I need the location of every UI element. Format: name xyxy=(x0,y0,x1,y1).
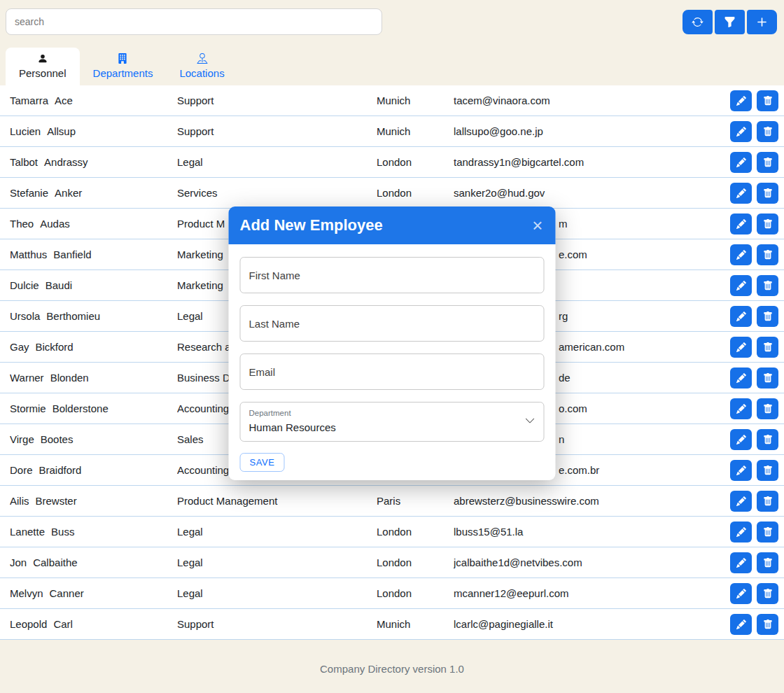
delete-button[interactable] xyxy=(757,275,778,296)
delete-button[interactable] xyxy=(757,244,778,265)
trash-icon xyxy=(763,96,773,106)
delete-button[interactable] xyxy=(757,152,778,173)
edit-button[interactable] xyxy=(730,306,752,327)
table-row: Stefanie Anker Services London sanker2o@… xyxy=(0,178,784,209)
save-button[interactable]: SAVE xyxy=(240,453,285,472)
pencil-icon xyxy=(736,127,746,136)
edit-button[interactable] xyxy=(730,275,752,296)
row-actions xyxy=(730,552,778,573)
employee-email: abrewsterz@businesswire.com xyxy=(454,495,730,507)
edit-button[interactable] xyxy=(730,398,752,419)
employee-last-name: Allsup xyxy=(47,125,76,137)
employee-first-name: Matthus xyxy=(10,248,47,260)
department-select-value: Human Resources xyxy=(249,421,520,434)
edit-button[interactable] xyxy=(730,368,752,388)
employee-last-name: Canner xyxy=(50,587,84,599)
employee-name: Leopold Carl xyxy=(10,618,177,630)
edit-button[interactable] xyxy=(730,244,752,265)
employee-email: jcalbaithe1d@netvibes.com xyxy=(454,556,730,568)
add-employee-button[interactable] xyxy=(747,10,777,34)
edit-button[interactable] xyxy=(730,90,752,111)
delete-button[interactable] xyxy=(757,552,778,573)
edit-button[interactable] xyxy=(730,614,752,635)
table-row: Jon Calbaithe Legal London jcalbaithe1d@… xyxy=(0,547,784,578)
delete-button[interactable] xyxy=(757,460,778,481)
edit-button[interactable] xyxy=(730,491,752,512)
search-input[interactable] xyxy=(6,8,382,35)
tab-locations[interactable]: Locations xyxy=(166,48,237,85)
employee-name: Stefanie Anker xyxy=(10,187,177,199)
trash-icon xyxy=(763,435,773,444)
employee-last-name: Blonden xyxy=(50,372,89,384)
employee-email: tacem@vinaora.com xyxy=(454,94,730,106)
employee-last-name: Andrassy xyxy=(44,156,88,168)
employee-last-name: Anker xyxy=(55,187,82,199)
employee-department: Legal xyxy=(177,526,377,538)
employee-department: Legal xyxy=(177,587,377,599)
pencil-icon xyxy=(736,589,746,598)
top-bar xyxy=(6,8,777,35)
delete-button[interactable] xyxy=(757,583,778,604)
employee-location: London xyxy=(377,587,454,599)
employee-last-name: Baudi xyxy=(46,279,72,291)
employee-first-name: Jon xyxy=(10,556,27,568)
delete-button[interactable] xyxy=(757,614,778,635)
plus-icon xyxy=(756,16,768,28)
close-icon[interactable]: × xyxy=(531,216,544,234)
pencil-icon xyxy=(736,558,746,568)
chevron-down-icon xyxy=(525,415,536,428)
employee-first-name: Leopold xyxy=(10,618,47,630)
trash-icon xyxy=(763,127,773,136)
employee-name: Dore Braidford xyxy=(10,464,177,476)
pencil-icon xyxy=(736,96,746,106)
first-name-field[interactable] xyxy=(240,257,545,293)
edit-button[interactable] xyxy=(730,152,752,173)
tab-personnel[interactable]: Personnel xyxy=(6,48,80,85)
table-row: Melvyn Canner Legal London mcanner12@eep… xyxy=(0,578,784,609)
delete-button[interactable] xyxy=(757,522,778,542)
delete-button[interactable] xyxy=(757,491,778,512)
delete-button[interactable] xyxy=(757,183,778,204)
tab-bar: Personnel Departments Locations xyxy=(6,48,238,85)
pencil-icon xyxy=(736,620,746,629)
row-actions xyxy=(730,583,778,604)
employee-last-name: Ace xyxy=(55,94,73,106)
tab-departments[interactable]: Departments xyxy=(80,48,167,85)
edit-button[interactable] xyxy=(730,337,752,358)
row-actions xyxy=(730,152,778,173)
delete-button[interactable] xyxy=(757,398,778,419)
pencil-icon xyxy=(736,527,746,537)
employee-name: Warner Blonden xyxy=(10,372,177,384)
delete-button[interactable] xyxy=(757,368,778,388)
edit-button[interactable] xyxy=(730,429,752,450)
pencil-icon xyxy=(736,342,746,352)
email-field[interactable] xyxy=(240,354,545,390)
modal-header: Add New Employee × xyxy=(229,206,556,244)
edit-button[interactable] xyxy=(730,460,752,481)
edit-button[interactable] xyxy=(730,183,752,204)
last-name-field[interactable] xyxy=(240,305,545,342)
delete-button[interactable] xyxy=(757,214,778,234)
employee-name: Stormie Bolderstone xyxy=(10,402,177,414)
filter-button[interactable] xyxy=(715,10,745,34)
row-actions xyxy=(730,214,778,234)
employee-name: Melvyn Canner xyxy=(10,587,177,599)
toolbar-button-group xyxy=(682,10,777,34)
employee-name: Gay Bickford xyxy=(10,341,177,353)
delete-button[interactable] xyxy=(757,306,778,327)
edit-button[interactable] xyxy=(730,214,752,234)
delete-button[interactable] xyxy=(757,337,778,358)
building-icon xyxy=(116,53,129,64)
edit-button[interactable] xyxy=(730,583,752,604)
edit-button[interactable] xyxy=(730,522,752,542)
department-select[interactable]: Department Human Resources xyxy=(240,402,545,442)
delete-button[interactable] xyxy=(757,90,778,111)
edit-button[interactable] xyxy=(730,552,752,573)
refresh-button[interactable] xyxy=(682,10,713,34)
delete-button[interactable] xyxy=(757,121,778,142)
employee-last-name: Berthomieu xyxy=(46,310,100,322)
delete-button[interactable] xyxy=(757,429,778,450)
employee-first-name: Dore xyxy=(10,464,33,476)
employee-first-name: Dulcie xyxy=(10,279,39,291)
edit-button[interactable] xyxy=(730,121,752,142)
